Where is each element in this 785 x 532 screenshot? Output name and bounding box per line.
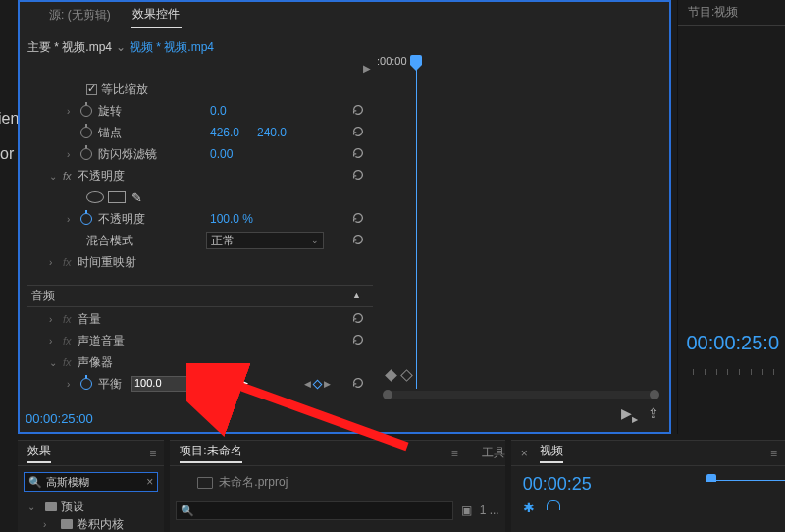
- clip-selector-bar: 主要 * 视频.mp4 ⌄ 视频 * 视频.mp4 ▶: [20, 35, 669, 59]
- fx-badge-icon[interactable]: fx: [63, 256, 72, 268]
- project-search[interactable]: 🔍: [176, 501, 452, 520]
- project-search-input[interactable]: [198, 505, 277, 516]
- antiflicker-value[interactable]: 0.00: [210, 147, 233, 161]
- effects-search[interactable]: 🔍 ×: [24, 472, 158, 492]
- fx-badge-icon[interactable]: fx: [63, 356, 72, 368]
- twirl-icon[interactable]: ›: [49, 257, 57, 268]
- prev-keyframe-button[interactable]: ◀: [304, 379, 311, 389]
- panel-menu-icon[interactable]: ≡: [770, 447, 777, 460]
- blend-mode-dropdown[interactable]: 正常 ⌄: [206, 232, 324, 249]
- reset-rotation-button[interactable]: [351, 103, 365, 120]
- keyframe-marker[interactable]: [385, 369, 397, 382]
- reset-anchor-button[interactable]: [351, 125, 365, 141]
- balance-input[interactable]: 100.0: [131, 376, 216, 392]
- project-file-name: 未命名.prproj: [219, 474, 288, 491]
- collapse-up-icon[interactable]: ▲: [352, 291, 361, 300]
- current-timecode[interactable]: 00:00:25:00: [26, 411, 93, 426]
- tab-tools[interactable]: 工具: [482, 445, 505, 461]
- reset-balance-button[interactable]: [351, 376, 365, 393]
- audio-header: 音频 ▲: [24, 285, 373, 306]
- twirl-down-icon[interactable]: ⌄: [27, 502, 35, 512]
- effect-controls-panel: 源: (无剪辑) 效果控件 主要 * 视频.mp4 ⌄ 视频 * 视频.mp4 …: [18, 0, 671, 434]
- twirl-down-icon[interactable]: ⌄: [49, 171, 57, 182]
- stopwatch-icon[interactable]: [80, 127, 92, 138]
- section-panner[interactable]: ⌄ fx 声像器: [24, 351, 373, 373]
- fx-badge-icon[interactable]: fx: [63, 170, 72, 182]
- playhead-line: [416, 55, 417, 389]
- snap-icon[interactable]: ✱: [523, 500, 535, 515]
- clip-master-name[interactable]: 主要 * 视频.mp4: [27, 39, 112, 56]
- reset-opacity-section-button[interactable]: [351, 168, 365, 185]
- twirl-icon[interactable]: ›: [67, 214, 75, 225]
- effects-panel: 效果 ≡ 🔍 × ⌄ 预设 › 卷积内核: [18, 440, 164, 532]
- zoom-scrollbar[interactable]: [385, 391, 657, 399]
- twirl-icon[interactable]: ›: [67, 149, 75, 160]
- fx-badge-icon[interactable]: fx: [63, 335, 72, 346]
- program-timecode[interactable]: 00:00:25:0: [686, 332, 779, 354]
- clear-search-button[interactable]: ×: [146, 475, 153, 489]
- play-icon[interactable]: ▶: [363, 63, 371, 74]
- twirl-icon[interactable]: ›: [49, 314, 57, 325]
- chevron-down-icon[interactable]: ⌄: [116, 40, 126, 54]
- tab-project[interactable]: 项目:未命名: [180, 443, 241, 463]
- reset-channel-volume-button[interactable]: [351, 333, 365, 349]
- twirl-icon[interactable]: ›: [67, 106, 75, 117]
- opacity-value[interactable]: 100.0 %: [210, 212, 253, 226]
- reset-blend-button[interactable]: [351, 233, 365, 249]
- panel-menu-icon[interactable]: ≡: [149, 447, 156, 460]
- stopwatch-icon[interactable]: [80, 378, 92, 390]
- tab-source[interactable]: 源: (无剪辑): [47, 3, 113, 27]
- zoom-handle-left[interactable]: [383, 390, 392, 399]
- anchor-y-value[interactable]: 240.0: [257, 126, 287, 139]
- timeline-ruler[interactable]: [706, 480, 785, 490]
- fx-badge-icon[interactable]: fx: [63, 313, 72, 325]
- stopwatch-icon[interactable]: [80, 148, 92, 160]
- mask-ellipse-button[interactable]: [86, 191, 104, 203]
- bin-view-button[interactable]: ▣: [461, 504, 472, 517]
- mask-rect-button[interactable]: [108, 191, 126, 203]
- section-time-remap[interactable]: › fx 时间重映射: [24, 251, 373, 273]
- section-channel-volume[interactable]: › fx 声道音量: [24, 330, 373, 351]
- keyframe-strip[interactable]: [385, 369, 657, 383]
- zoom-handle-right[interactable]: [650, 390, 659, 399]
- tree-item-presets[interactable]: ⌄ 预设: [18, 498, 164, 515]
- tab-sequence[interactable]: 视频: [540, 443, 563, 463]
- twirl-icon[interactable]: ›: [49, 336, 57, 346]
- reset-opacity-button[interactable]: [351, 211, 365, 228]
- twirl-down-icon[interactable]: ⌄: [49, 357, 57, 368]
- anchor-x-value[interactable]: 426.0: [210, 126, 239, 139]
- clip-sequence-name[interactable]: 视频 * 视频.mp4: [130, 39, 214, 56]
- twirl-icon[interactable]: ›: [67, 379, 75, 390]
- mini-timeline-header[interactable]: :00:00: [385, 57, 665, 77]
- time-remap-label: 时间重映射: [78, 254, 136, 271]
- tab-program[interactable]: 节目:视频: [686, 0, 740, 25]
- section-opacity[interactable]: ⌄ fx 不透明度: [24, 165, 373, 186]
- sequence-timecode[interactable]: 00:00:25: [523, 474, 592, 495]
- reset-antiflicker-button[interactable]: [351, 146, 365, 163]
- rotation-value[interactable]: 0.0: [210, 104, 227, 118]
- property-list: 等比缩放 › 旋转 0.0 锚点 426.0 240.0 › 防闪烁滤镜 0.0…: [24, 79, 373, 273]
- checkbox-uniform-scale[interactable]: [86, 84, 97, 95]
- tab-effect-controls[interactable]: 效果控件: [131, 2, 182, 28]
- effects-search-input[interactable]: [46, 476, 125, 488]
- section-volume[interactable]: › fx 音量: [24, 308, 373, 330]
- export-frame-button[interactable]: ⇪: [648, 405, 659, 424]
- channel-volume-label: 声道音量: [78, 333, 125, 349]
- panel-menu-icon[interactable]: ≡: [451, 447, 458, 460]
- program-ruler[interactable]: [693, 369, 785, 377]
- blend-mode-value: 正常: [211, 233, 235, 249]
- twirl-icon[interactable]: ›: [43, 519, 51, 530]
- magnet-icon[interactable]: [547, 500, 560, 510]
- next-keyframe-button[interactable]: ▶: [324, 379, 331, 389]
- tab-effects[interactable]: 效果: [27, 443, 51, 463]
- play-only-button[interactable]: ▶▶: [621, 405, 638, 424]
- add-keyframe-button[interactable]: [313, 379, 323, 389]
- close-seq-button[interactable]: ×: [521, 447, 528, 460]
- tree-item-convolution[interactable]: › 卷积内核: [18, 515, 164, 532]
- reset-volume-button[interactable]: [351, 311, 365, 328]
- bin-icon: [197, 477, 213, 489]
- stopwatch-icon[interactable]: [80, 213, 92, 225]
- keyframe-marker[interactable]: [400, 369, 413, 382]
- mask-pen-button[interactable]: ✎: [131, 190, 142, 205]
- stopwatch-icon[interactable]: [80, 105, 92, 117]
